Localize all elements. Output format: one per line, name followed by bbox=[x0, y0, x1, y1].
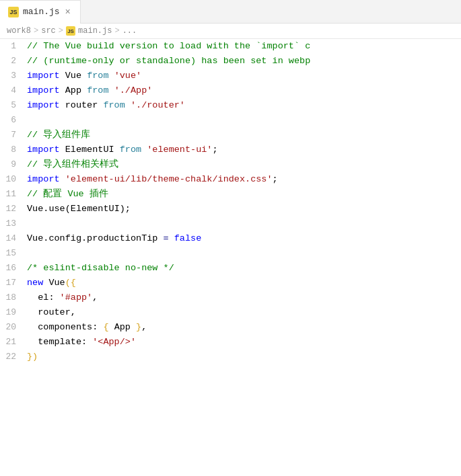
js-file-icon: JS bbox=[8, 7, 19, 17]
line-content: Vue.config.productionTip = false bbox=[27, 231, 461, 246]
line-content: import 'element-ui/lib/theme-chalk/index… bbox=[27, 172, 461, 187]
breadcrumb-work8: work8 bbox=[7, 26, 31, 36]
line-number: 17 bbox=[0, 276, 27, 290]
line-content: import router from './router' bbox=[27, 98, 461, 113]
code-line: 7// 导入组件库 bbox=[0, 128, 461, 143]
line-content: // 导入组件相关样式 bbox=[27, 157, 461, 172]
tab-filename: main.js bbox=[23, 7, 60, 17]
line-number: 22 bbox=[0, 350, 27, 364]
code-editor: 1// The Vue build version to load with t… bbox=[0, 39, 461, 473]
line-content: new Vue({ bbox=[27, 276, 461, 290]
line-content bbox=[27, 113, 461, 128]
breadcrumb-sep2: > bbox=[59, 26, 63, 36]
line-number: 9 bbox=[0, 157, 27, 172]
code-line: 14Vue.config.productionTip = false bbox=[0, 231, 461, 246]
line-content bbox=[27, 216, 461, 231]
tab-close-button[interactable]: × bbox=[64, 7, 72, 17]
line-number: 1 bbox=[0, 39, 27, 54]
line-content: Vue.use(ElementUI); bbox=[27, 202, 461, 216]
line-number: 4 bbox=[0, 83, 27, 98]
line-number: 18 bbox=[0, 290, 27, 305]
code-line: 21 template: '<App/>' bbox=[0, 335, 461, 350]
code-line: 9// 导入组件相关样式 bbox=[0, 157, 461, 172]
line-number: 2 bbox=[0, 54, 27, 69]
code-line: 20 components: { App }, bbox=[0, 320, 461, 335]
line-content: components: { App }, bbox=[27, 320, 461, 335]
line-content: /* eslint-disable no-new */ bbox=[27, 261, 461, 276]
line-content: // 配置 Vue 插件 bbox=[27, 187, 461, 202]
code-line: 16/* eslint-disable no-new */ bbox=[0, 261, 461, 276]
breadcrumb: work8 > src > JS main.js > ... bbox=[0, 24, 461, 39]
code-line: 1// The Vue build version to load with t… bbox=[0, 39, 461, 54]
breadcrumb-sep3: > bbox=[114, 26, 119, 36]
line-number: 19 bbox=[0, 305, 27, 320]
code-line: 3import Vue from 'vue' bbox=[0, 69, 461, 83]
line-number: 6 bbox=[0, 113, 27, 128]
line-content: // (runtime-only or standalone) has been… bbox=[27, 54, 461, 69]
line-content: import Vue from 'vue' bbox=[27, 69, 461, 83]
line-content: }) bbox=[27, 350, 461, 364]
line-content: el: '#app', bbox=[27, 290, 461, 305]
line-number: 14 bbox=[0, 231, 27, 246]
line-content: import App from './App' bbox=[27, 83, 461, 98]
code-line: 12Vue.use(ElementUI); bbox=[0, 202, 461, 216]
breadcrumb-js-icon: JS bbox=[66, 26, 75, 36]
code-line: 17new Vue({ bbox=[0, 276, 461, 290]
code-line: 22}) bbox=[0, 350, 461, 364]
code-line: 6 bbox=[0, 113, 461, 128]
code-line: 13 bbox=[0, 216, 461, 231]
code-line: 18 el: '#app', bbox=[0, 290, 461, 305]
line-number: 20 bbox=[0, 320, 27, 335]
code-line: 15 bbox=[0, 246, 461, 261]
line-number: 13 bbox=[0, 216, 27, 231]
breadcrumb-src: src bbox=[41, 26, 56, 36]
line-content: import ElementUI from 'element-ui'; bbox=[27, 143, 461, 157]
line-content bbox=[27, 246, 461, 261]
line-content: template: '<App/>' bbox=[27, 335, 461, 350]
line-number: 21 bbox=[0, 335, 27, 350]
line-number: 12 bbox=[0, 202, 27, 216]
code-line: 4import App from './App' bbox=[0, 83, 461, 98]
code-line: 2// (runtime-only or standalone) has bee… bbox=[0, 54, 461, 69]
line-number: 8 bbox=[0, 143, 27, 157]
line-content: // The Vue build version to load with th… bbox=[27, 39, 461, 54]
line-number: 11 bbox=[0, 187, 27, 202]
code-line: 10import 'element-ui/lib/theme-chalk/ind… bbox=[0, 172, 461, 187]
code-line: 5import router from './router' bbox=[0, 98, 461, 113]
code-line: 11// 配置 Vue 插件 bbox=[0, 187, 461, 202]
line-number: 16 bbox=[0, 261, 27, 276]
line-number: 5 bbox=[0, 98, 27, 113]
line-content: router, bbox=[27, 305, 461, 320]
breadcrumb-sep1: > bbox=[34, 26, 38, 36]
code-line: 8import ElementUI from 'element-ui'; bbox=[0, 143, 461, 157]
line-content: // 导入组件库 bbox=[27, 128, 461, 143]
tab-main-js[interactable]: JS main.js × bbox=[0, 0, 81, 24]
breadcrumb-filename[interactable]: main.js bbox=[78, 26, 112, 36]
code-line: 19 router, bbox=[0, 305, 461, 320]
breadcrumb-ellipsis: ... bbox=[122, 26, 137, 36]
line-number: 10 bbox=[0, 172, 27, 187]
line-number: 15 bbox=[0, 246, 27, 261]
line-number: 3 bbox=[0, 69, 27, 83]
line-number: 7 bbox=[0, 128, 27, 143]
tab-bar: JS main.js × bbox=[0, 0, 461, 24]
